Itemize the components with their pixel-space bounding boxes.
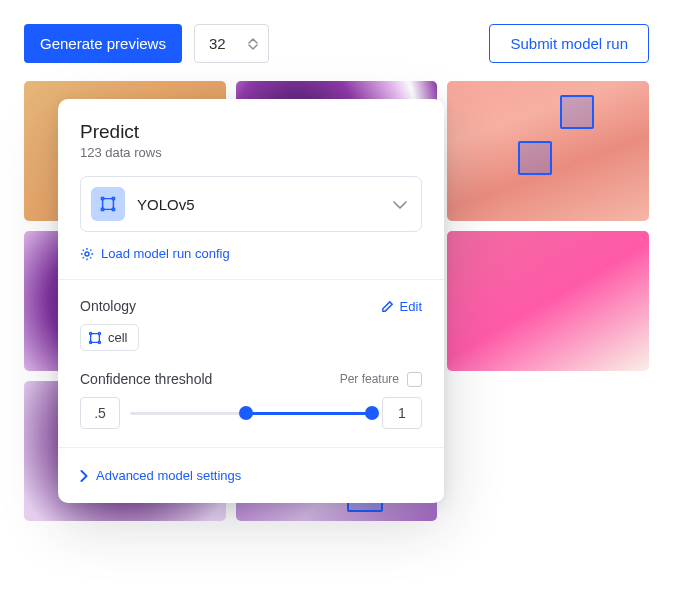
advanced-model-settings-toggle[interactable]: Advanced model settings (80, 468, 422, 503)
detection-box (518, 141, 552, 175)
bounding-box-icon (91, 187, 125, 221)
toolbar: Generate previews 32 Submit model run (24, 24, 649, 81)
chevron-down-icon (393, 195, 407, 213)
threshold-low-input[interactable]: .5 (80, 397, 120, 429)
slider-handle-high[interactable] (365, 406, 379, 420)
svg-rect-6 (91, 333, 100, 342)
panel-title: Predict (80, 121, 422, 143)
panel-subtitle: 123 data rows (80, 145, 422, 160)
slider-fill (246, 412, 372, 415)
bounding-box-icon (88, 331, 102, 345)
threshold-heading: Confidence threshold (80, 371, 212, 387)
ontology-heading: Ontology (80, 298, 136, 314)
model-name: YOLOv5 (137, 196, 381, 213)
ontology-tags: cell (80, 324, 422, 351)
model-select[interactable]: YOLOv5 (80, 176, 422, 232)
batch-size-stepper[interactable]: 32 (194, 24, 269, 63)
threshold-high-input[interactable]: 1 (382, 397, 422, 429)
batch-size-value: 32 (209, 35, 226, 52)
edit-label: Edit (400, 299, 422, 314)
ontology-tag[interactable]: cell (80, 324, 139, 351)
svg-point-5 (85, 251, 89, 255)
pencil-icon (381, 300, 394, 313)
tag-label: cell (108, 330, 128, 345)
threshold-head: Confidence threshold Per feature (80, 371, 422, 387)
threshold-controls: .5 1 (80, 397, 422, 429)
per-feature-label: Per feature (340, 372, 399, 386)
per-feature-toggle: Per feature (340, 372, 422, 387)
load-model-run-config-link[interactable]: Load model run config (80, 246, 422, 261)
gear-icon (80, 247, 94, 261)
ontology-edit-link[interactable]: Edit (381, 299, 422, 314)
threshold-slider[interactable] (130, 397, 372, 429)
generate-previews-button[interactable]: Generate previews (24, 24, 182, 63)
submit-model-run-button[interactable]: Submit model run (489, 24, 649, 63)
spacer (281, 24, 478, 63)
divider (58, 279, 444, 280)
detection-box (560, 95, 594, 129)
preview-thumb[interactable] (447, 81, 649, 221)
slider-handle-low[interactable] (239, 406, 253, 420)
predict-panel: Predict 123 data rows YOLOv5 Load model … (58, 99, 444, 503)
chevron-down-icon (248, 44, 258, 50)
svg-rect-0 (103, 199, 114, 210)
load-config-label: Load model run config (101, 246, 230, 261)
stepper-arrows[interactable] (248, 38, 258, 50)
ontology-head: Ontology Edit (80, 298, 422, 314)
divider (58, 447, 444, 448)
per-feature-checkbox[interactable] (407, 372, 422, 387)
chevron-right-icon (80, 470, 88, 482)
preview-thumb[interactable] (447, 231, 649, 371)
advanced-label: Advanced model settings (96, 468, 241, 483)
